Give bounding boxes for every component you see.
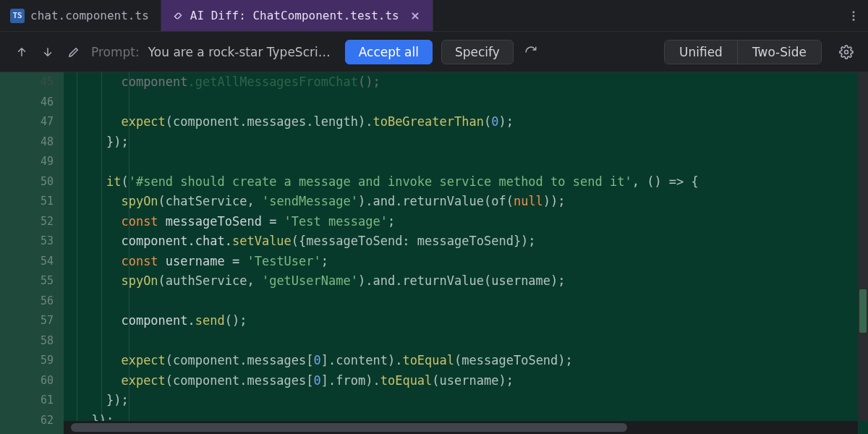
horizontal-scrollbar[interactable] bbox=[64, 421, 858, 434]
scrollbar-thumb[interactable] bbox=[71, 423, 627, 432]
line-number: 51 bbox=[0, 192, 64, 212]
code-line: }); bbox=[77, 132, 868, 153]
code-line: it('#send should create a message and in… bbox=[77, 172, 868, 192]
line-number: 56 bbox=[0, 292, 64, 312]
tab-chat-component[interactable]: TS chat.component.ts bbox=[0, 0, 161, 31]
code-line: const messageToSend = 'Test message'; bbox=[77, 212, 868, 232]
view-two-side-button[interactable]: Two-Side bbox=[737, 41, 821, 64]
ai-diff-icon bbox=[171, 9, 184, 22]
view-unified-button[interactable]: Unified bbox=[665, 41, 737, 64]
code-area[interactable]: component.getAllMessagesFromChat(); expe… bbox=[64, 72, 868, 434]
code-line: const username = 'TestUser'; bbox=[77, 252, 868, 272]
tab-ai-diff[interactable]: AI Diff: ChatComponent.test.ts bbox=[161, 0, 433, 31]
code-line bbox=[77, 292, 868, 312]
code-line: component.getAllMessagesFromChat(); bbox=[77, 72, 868, 93]
close-icon[interactable] bbox=[409, 10, 421, 22]
svg-point-2 bbox=[853, 18, 855, 20]
ai-diff-toolbar: Prompt: You are a rock-star TypeScrip… A… bbox=[0, 32, 868, 72]
line-number: 58 bbox=[0, 331, 64, 352]
code-line: expect(component.messages[0].content).to… bbox=[77, 351, 868, 371]
line-number: 45 bbox=[0, 72, 64, 93]
line-number: 55 bbox=[0, 271, 64, 292]
change-marker bbox=[859, 289, 867, 333]
line-number: 57 bbox=[0, 311, 64, 331]
arrow-down-icon[interactable] bbox=[39, 43, 56, 61]
code-line bbox=[77, 331, 868, 352]
more-menu-icon[interactable] bbox=[839, 1, 868, 30]
diff-editor[interactable]: 45 46 47 48 49 50 51 52 53 54 55 56 57 5… bbox=[0, 72, 868, 434]
line-number: 54 bbox=[0, 252, 64, 272]
line-number: 52 bbox=[0, 212, 64, 232]
tab-label: AI Diff: ChatComponent.test.ts bbox=[190, 9, 399, 22]
tab-bar: TS chat.component.ts AI Diff: ChatCompon… bbox=[0, 0, 868, 32]
line-number: 60 bbox=[0, 371, 64, 391]
line-number: 49 bbox=[0, 152, 64, 172]
view-mode-toggle: Unified Two-Side bbox=[664, 40, 822, 64]
line-number: 59 bbox=[0, 351, 64, 371]
typescript-file-icon: TS bbox=[10, 9, 25, 23]
svg-point-1 bbox=[853, 14, 855, 17]
arrow-up-icon[interactable] bbox=[13, 43, 30, 61]
overview-ruler[interactable] bbox=[858, 72, 868, 421]
svg-point-0 bbox=[853, 11, 855, 13]
tab-label: chat.component.ts bbox=[30, 9, 149, 22]
prompt-label: Prompt: bbox=[91, 45, 140, 59]
refresh-icon[interactable] bbox=[522, 43, 540, 61]
code-line bbox=[77, 93, 868, 113]
code-line: expect(component.messages[0].from).toEqu… bbox=[77, 371, 868, 391]
line-number: 62 bbox=[0, 411, 64, 431]
specify-button[interactable]: Specify bbox=[441, 40, 514, 64]
line-number: 50 bbox=[0, 172, 64, 192]
gear-icon[interactable] bbox=[838, 43, 855, 61]
prompt-preview[interactable]: You are a rock-star TypeScrip… bbox=[148, 45, 336, 59]
line-number: 46 bbox=[0, 93, 64, 113]
line-number: 61 bbox=[0, 391, 64, 411]
line-number: 53 bbox=[0, 231, 64, 252]
edit-icon[interactable] bbox=[65, 43, 82, 61]
code-line: spyOn(authService, 'getUserName').and.re… bbox=[77, 271, 868, 292]
code-line: }); bbox=[77, 391, 868, 411]
svg-point-3 bbox=[845, 50, 848, 54]
line-number: 47 bbox=[0, 112, 64, 132]
code-line: component.send(); bbox=[77, 311, 868, 331]
line-number: 48 bbox=[0, 132, 64, 153]
code-line: expect(component.messages.length).toBeGr… bbox=[77, 112, 868, 132]
line-number-gutter: 45 46 47 48 49 50 51 52 53 54 55 56 57 5… bbox=[0, 72, 64, 434]
code-line: spyOn(chatService, 'sendMessage').and.re… bbox=[77, 192, 868, 212]
code-line: component.chat.setValue({messageToSend: … bbox=[77, 231, 868, 252]
code-line bbox=[77, 152, 868, 172]
accept-all-button[interactable]: Accept all bbox=[345, 40, 433, 64]
